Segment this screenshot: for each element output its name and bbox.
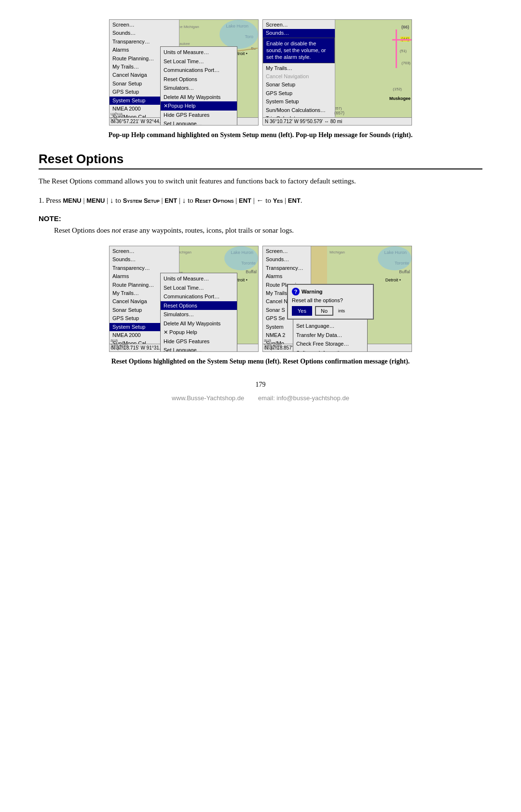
note-body: Reset Options does not erase any waypoin…: [39, 224, 482, 236]
top-left-screenshot: Lake Huron Toro Bu Detroit • ce Michigan…: [109, 19, 259, 126]
submenu-sim: Simulators…: [161, 84, 237, 93]
bottom-right-screenshot: Lake Huron Toronte Buffal Detroit • Mich…: [262, 246, 412, 352]
menu-item-screen: Screen…: [110, 21, 179, 29]
top-right-map: (66) (44) Muskogee (152) (51) (703) (657…: [327, 20, 411, 125]
br-menu-sounds: Sounds…: [263, 255, 311, 264]
menu-item-gps-r: GPS Setup: [263, 89, 335, 98]
warning-buttons: Yes No ints: [292, 306, 369, 316]
submenu-hide: Hide GPS Features: [161, 111, 237, 120]
menu-item-system-r: System Setup: [263, 98, 335, 106]
kbd-menu2: MENU: [86, 197, 105, 204]
menu-item-sounds: Sounds…: [110, 29, 179, 37]
step-1: 1. Press MENU | MENU | ↓ to System Setup…: [39, 195, 482, 207]
sounds-popup-help: Enable or disable the sound, set the vol…: [263, 38, 335, 63]
kbd-yes: Yes: [273, 197, 283, 204]
kbd-system-setup: System Setup: [123, 197, 160, 204]
bottom-left-screenshot: Lake Huron Toronte Buffal Detroit • Mich…: [109, 246, 259, 352]
menu-item-cancel-r: Cancel Navigation: [263, 72, 335, 81]
warning-title-row: ? Warning: [292, 288, 369, 295]
bottom-caption: Reset Options highlighted on the System …: [39, 357, 482, 366]
br-menu-screen: Screen…: [263, 247, 311, 255]
note-section: NOTE: Reset Options does not erase any w…: [39, 214, 482, 236]
menu-item-sunmoon-r: Sun/Moon Calculations…: [263, 106, 335, 114]
bl-sub-lang: Set Language…: [161, 346, 237, 352]
note-heading: NOTE:: [39, 214, 482, 223]
submenu-reset: Reset Options: [161, 75, 237, 84]
br-menu-alarms: Alarms: [263, 272, 311, 280]
br-sub-storage: Check Free Storage…: [293, 339, 367, 349]
submenu-lang: Set Language…: [161, 119, 237, 126]
top-screenshot-pair: Lake Huron Toro Bu Detroit • ce Michigan…: [39, 19, 482, 126]
bl-menu-transp: Transparency…: [110, 264, 179, 272]
warning-title-text: Warning: [302, 289, 323, 294]
br-menu-transp: Transparency…: [263, 264, 311, 272]
submenu-comm: Communications Port…: [161, 66, 237, 75]
bl-sub-popup: ✕ Popup Help: [161, 328, 237, 337]
menu-item-transparency: Transparency…: [110, 38, 179, 46]
bl-menu-screen: Screen…: [110, 247, 179, 255]
submenu-time: Set Local Time…: [161, 57, 237, 66]
submenu-units: Units of Measure…: [161, 48, 237, 57]
kbd-ent1: ENT: [165, 197, 177, 204]
menu-item-trails-r: My Trails…: [263, 64, 335, 72]
bl-menu-sounds: Sounds…: [110, 255, 179, 264]
footer-right: email: info@busse-yachtshop.de: [258, 394, 349, 402]
bottom-left-submenu: Units of Measure… Set Local Time… Commun…: [160, 273, 237, 352]
bl-sub-time: Set Local Time…: [161, 283, 237, 293]
warning-icon: ?: [292, 288, 300, 295]
submenu-popup: ✕Popup Help: [161, 101, 237, 111]
kbd-menu1: MENU: [63, 197, 81, 204]
br-sub-transfer: Transfer My Data…: [293, 331, 367, 340]
bl-sub-comm: Communications Port…: [161, 292, 237, 301]
footer-left: www.Busse-Yachtshop.de: [172, 394, 244, 402]
menu-item-sounds-r: Sounds…: [263, 29, 335, 37]
top-left-submenu: Units of Measure… Set Local Time… Commun…: [160, 46, 237, 126]
bottom-screenshot-pair: Lake Huron Toronte Buffal Detroit • Mich…: [39, 246, 482, 352]
menu-item-sonar-r: Sonar Setup: [263, 81, 335, 89]
top-right-statusbar: N 36°10.712' W 95°50.579' ↔ 80 mi: [263, 117, 411, 125]
warning-dialog: ? Warning Reset all the options? Yes No …: [287, 284, 374, 320]
warning-yes-button[interactable]: Yes: [292, 306, 312, 316]
kbd-ent2: ENT: [239, 197, 251, 204]
top-right-screenshot: (66) (44) Muskogee (152) (51) (703) (657…: [262, 19, 412, 126]
warning-no-button[interactable]: No: [315, 306, 333, 316]
footer: www.Busse-Yachtshop.de email: info@busse…: [39, 394, 482, 402]
warning-question: Reset all the options?: [292, 297, 369, 303]
top-right-menu: Screen… Sounds… Enable or disable the so…: [263, 20, 335, 125]
top-right-coords: N 36°10.712' W 95°50.579' ↔ 80 mi: [265, 119, 342, 124]
top-caption: Pop-up Help command highlighted on Syste…: [39, 130, 482, 140]
page-number: 179: [39, 381, 482, 389]
body-paragraph: The Reset Options command allows you to …: [39, 175, 482, 187]
bl-sub-sim: Simulators…: [161, 310, 237, 319]
menu-item-screen-r: Screen…: [263, 21, 335, 29]
section-title: Reset Options: [39, 152, 482, 169]
popup-help-text: Enable or disable the sound, set the vol…: [266, 40, 331, 61]
submenu-delete: Delete All My Waypoints: [161, 93, 237, 102]
bl-sub-units: Units of Measure…: [161, 274, 237, 283]
bl-sub-delete: Delete All My Waypoints: [161, 319, 237, 328]
kbd-ent3: ENT: [288, 197, 301, 204]
kbd-reset-options: Reset Options: [195, 197, 233, 204]
bl-sub-hide: Hide GPS Features: [161, 337, 237, 346]
bl-sub-reset: Reset Options: [161, 301, 237, 310]
br-sub-lang: Set Language…: [293, 322, 367, 331]
br-sub-software: Software Information…: [293, 349, 367, 352]
